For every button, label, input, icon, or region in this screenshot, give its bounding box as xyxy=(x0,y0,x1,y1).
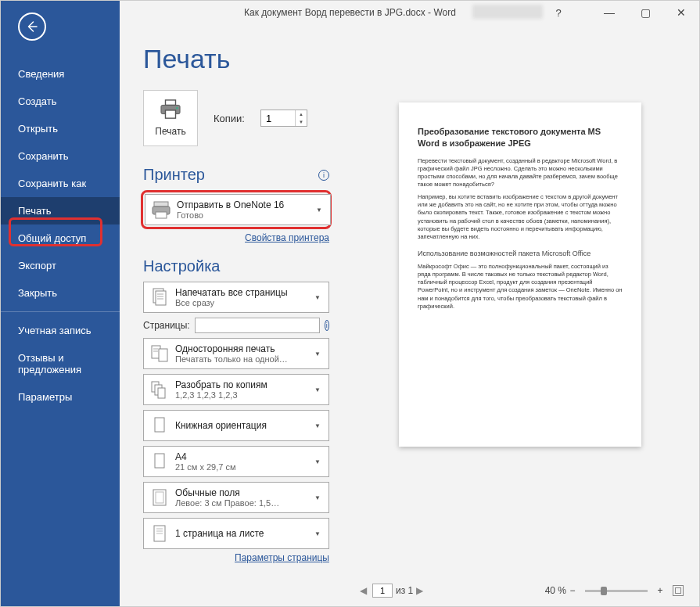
zoom-in-button[interactable]: + xyxy=(654,585,666,596)
svg-rect-17 xyxy=(159,349,167,361)
svg-rect-12 xyxy=(156,291,166,305)
pages-icon xyxy=(149,286,171,308)
svg-point-7 xyxy=(176,107,178,110)
printer-icon xyxy=(159,99,182,120)
pages-info-icon[interactable]: i xyxy=(325,320,329,331)
chevron-down-icon: ▼ xyxy=(313,207,325,214)
pages-label: Страницы: xyxy=(143,320,190,331)
collate-dropdown[interactable]: Разобрать по копиям 1,2,3 1,2,3 1,2,3 ▼ xyxy=(143,374,329,405)
nav-saveas[interactable]: Сохранить как xyxy=(1,170,120,197)
prev-page-button[interactable]: ◀ xyxy=(357,585,369,596)
one-side-icon xyxy=(149,343,171,365)
paper-size-dropdown[interactable]: A4 21 см x 29,7 см ▼ xyxy=(143,446,329,477)
help-button[interactable]: ? xyxy=(543,1,574,24)
one-per-sheet-icon xyxy=(149,523,171,544)
nav-open[interactable]: Открыть xyxy=(1,115,120,142)
preview-title: Преобразование текстового документа MS W… xyxy=(418,126,623,149)
svg-rect-23 xyxy=(155,418,164,432)
svg-rect-8 xyxy=(154,202,168,207)
printer-name: Отправить в OneNote 16 xyxy=(177,199,313,210)
svg-rect-6 xyxy=(166,110,176,118)
pages-input[interactable] xyxy=(195,318,320,333)
nav-close[interactable]: Закрыть xyxy=(1,279,120,307)
chevron-down-icon: ▼ xyxy=(311,386,324,393)
user-info-blur xyxy=(472,5,543,19)
orientation-dropdown[interactable]: Книжная ориентация ▼ xyxy=(143,410,329,441)
margins-icon xyxy=(149,487,171,508)
page-setup-link[interactable]: Параметры страницы xyxy=(143,552,329,563)
nav-account[interactable]: Учетная запись xyxy=(1,317,120,344)
collate-icon xyxy=(149,379,171,400)
settings-heading: Настройка xyxy=(143,257,329,275)
page-size-icon xyxy=(149,451,171,472)
nav-share[interactable]: Общий доступ xyxy=(1,224,120,252)
print-button-label: Печать xyxy=(155,126,185,137)
copies-label: Копии: xyxy=(214,113,245,124)
page-of-label: из 1 xyxy=(396,585,413,596)
svg-rect-10 xyxy=(156,212,167,218)
preview-page: Преобразование текстового документа MS W… xyxy=(399,102,641,447)
titlebar: Как документ Ворд перевести в JPG.docx -… xyxy=(1,1,699,24)
close-button[interactable]: ✕ xyxy=(663,1,699,24)
next-page-button[interactable]: ▶ xyxy=(413,585,425,596)
chevron-down-icon: ▼ xyxy=(311,422,324,429)
copies-up[interactable]: ▲ xyxy=(296,110,307,118)
printer-status: Готово xyxy=(177,210,313,220)
svg-rect-22 xyxy=(158,388,165,398)
printer-heading: Принтер i xyxy=(143,166,329,184)
nav-info[interactable]: Сведения xyxy=(1,60,120,88)
page-number-input[interactable] xyxy=(372,584,393,598)
printer-dropdown[interactable]: Отправить в OneNote 16 Готово ▼ xyxy=(145,194,331,225)
nav-save[interactable]: Сохранить xyxy=(1,142,120,170)
nav-feedback[interactable]: Отзывы и предложения xyxy=(1,344,120,383)
printer-device-icon xyxy=(150,199,172,221)
svg-rect-4 xyxy=(166,100,176,106)
chevron-down-icon: ▼ xyxy=(311,494,324,501)
copies-input[interactable] xyxy=(261,113,293,124)
nav-export[interactable]: Экспорт xyxy=(1,252,120,279)
nav-options[interactable]: Параметры xyxy=(1,383,120,411)
print-button[interactable]: Печать xyxy=(143,90,198,146)
zoom-out-button[interactable]: − xyxy=(566,585,579,596)
copies-down[interactable]: ▼ xyxy=(296,118,307,126)
nav-print[interactable]: Печать xyxy=(1,197,120,224)
printer-properties-link[interactable]: Свойства принтера xyxy=(143,232,329,243)
chevron-down-icon: ▼ xyxy=(311,350,324,357)
portrait-icon xyxy=(149,415,171,436)
zoom-slider[interactable] xyxy=(585,590,648,592)
chevron-down-icon: ▼ xyxy=(311,530,324,537)
fit-to-window-button[interactable] xyxy=(673,585,684,596)
backstage-sidebar: Сведения Создать Открыть Сохранить Сохра… xyxy=(1,1,120,606)
pages-per-sheet-dropdown[interactable]: 1 страница на листе ▼ xyxy=(143,518,329,549)
minimize-button[interactable]: — xyxy=(591,1,627,24)
annotation-highlight-printer: Отправить в OneNote 16 Готово ▼ xyxy=(141,190,332,229)
zoom-label: 40 % xyxy=(545,585,566,596)
nav-new[interactable]: Создать xyxy=(1,88,120,115)
printer-info-icon[interactable]: i xyxy=(318,170,329,181)
chevron-down-icon: ▼ xyxy=(311,294,324,301)
sides-dropdown[interactable]: Односторонняя печать Печатать только на … xyxy=(143,338,329,369)
margins-dropdown[interactable]: Обычные поля Левое: 3 см Правое: 1,5… ▼ xyxy=(143,482,329,513)
svg-rect-24 xyxy=(155,454,164,468)
print-preview: Преобразование текстового документа MS W… xyxy=(357,63,684,575)
preview-bottombar: ◀ из 1 ▶ 40 % − + xyxy=(357,581,684,600)
maximize-button[interactable]: ▢ xyxy=(627,1,663,24)
chevron-down-icon: ▼ xyxy=(311,458,324,465)
print-range-dropdown[interactable]: Напечатать все страницы Все сразу ▼ xyxy=(143,282,329,313)
copies-stepper[interactable]: ▲ ▼ xyxy=(260,110,307,127)
